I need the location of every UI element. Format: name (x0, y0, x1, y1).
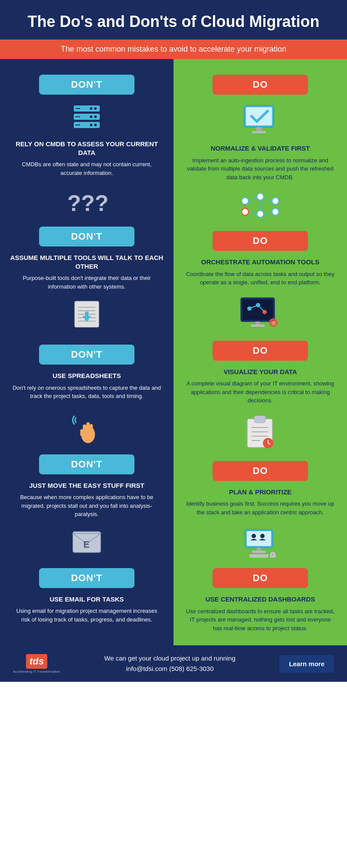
svg-rect-31 (256, 127, 262, 132)
do-column: DO NORMALIZE & VALIDATE FIRST Implement … (174, 59, 347, 645)
svg-text:E: E (83, 539, 90, 550)
dont-body-4: Because when more complex applications h… (9, 493, 165, 519)
svg-rect-57 (254, 416, 265, 423)
do-body-3: A complete visual diagram of your IT env… (182, 379, 338, 405)
clipboard-icon (243, 414, 278, 450)
do-section-3: ⊙ DO VISUALIZE YOUR DATA A complete visu… (182, 291, 338, 409)
svg-rect-20 (85, 312, 88, 317)
content-area: DON'T RELY ON CMDB TO (0, 59, 347, 645)
email-icon: E (69, 527, 104, 558)
network-diagram-icon (239, 192, 282, 218)
dont-body-2: Purpose-built tools don't integrate thei… (9, 274, 165, 291)
svg-point-33 (242, 197, 249, 204)
touch-icon (72, 409, 102, 444)
data-visualization-icon: ⊙ (239, 296, 282, 330)
dont-heading-5: USE EMAIL FOR TASKS (49, 595, 124, 604)
page-title: The Do's and Don'ts of Cloud Migration (9, 12, 338, 31)
svg-point-68 (260, 534, 265, 538)
svg-text:⊙: ⊙ (272, 320, 275, 326)
do-badge-5: DO (213, 568, 308, 588)
data-vis-icon-area: ⊙ (239, 296, 282, 330)
footer-line2: info@tdsi.com (508) 625-3030 (69, 664, 271, 674)
footer-logo-sub: Accelerating IT Transformation (13, 670, 60, 674)
do-heading-5: USE CENTRALIZED DASHBOARDS (206, 595, 315, 604)
dont-body-5: Using email for migration project manage… (9, 607, 165, 624)
svg-rect-69 (257, 548, 261, 551)
dont-badge-5: DON'T (39, 568, 134, 588)
do-badge-2: DO (213, 231, 308, 251)
svg-rect-53 (251, 325, 265, 327)
dont-badge-2: DON'T (39, 227, 134, 247)
svg-rect-22 (83, 424, 86, 437)
do-section-5: DO USE CENTRALIZED DASHBOARDS Use centra… (182, 521, 338, 637)
svg-line-39 (249, 198, 257, 201)
dont-heading-3: USE SPREADSHEETS (52, 372, 121, 380)
svg-rect-71 (249, 554, 268, 558)
do-heading-4: PLAN & PRIORITIZE (229, 488, 291, 496)
svg-point-6 (94, 115, 97, 118)
svg-rect-23 (86, 422, 90, 435)
spreadsheet-icon-area (69, 299, 104, 334)
monitor-check-icon (241, 103, 280, 138)
monitor-check-icon-area (241, 103, 280, 138)
learn-more-button[interactable]: Learn more (279, 655, 334, 673)
dont-column: DON'T RELY ON CMDB TO (0, 59, 174, 645)
do-section-4: DO PLAN & PRIORITIZE Identify business g… (182, 409, 338, 521)
do-badge-4: DO (213, 461, 308, 481)
network-icon-area (239, 190, 282, 220)
dont-section-3: DON'T USE SPREADSHEETS Don't rely on one… (9, 295, 165, 405)
do-body-4: Identify business goals first. Success r… (182, 500, 338, 516)
footer: tds Accelerating IT Transformation We ca… (0, 645, 347, 682)
footer-logo: tds Accelerating IT Transformation (13, 654, 60, 674)
dashboard-icon-area (241, 525, 280, 558)
do-section-1: DO NORMALIZE & VALIDATE FIRST Implement … (182, 68, 338, 224)
svg-point-37 (257, 210, 264, 217)
svg-point-10 (94, 124, 97, 126)
question-marks-icon: ??? (65, 186, 108, 216)
subtitle-bar: The most common mistakes to avoid to acc… (0, 39, 347, 59)
do-heading-3: VISUALIZE YOUR DATA (223, 368, 297, 376)
svg-point-7 (90, 115, 92, 118)
dont-heading-2: ASSUME MULTIPLE TOOLS WILL TALK TO EACH … (9, 253, 165, 270)
dont-badge-1: DON'T (39, 75, 134, 95)
do-badge-1: DO (213, 75, 308, 95)
svg-rect-46 (242, 299, 273, 320)
do-heading-2: ORCHESTRATE AUTOMATION TOOLS (201, 258, 320, 266)
main-header: The Do's and Don'ts of Cloud Migration (0, 0, 347, 39)
dont-body-3: Don't rely on onerous spreadsheets to ca… (9, 384, 165, 401)
svg-point-11 (90, 124, 92, 126)
dont-badge-4: DON'T (39, 454, 134, 474)
svg-line-40 (264, 198, 272, 201)
dont-heading-4: JUST MOVE THE EASY STUFF FIRST (29, 481, 144, 490)
svg-point-36 (242, 208, 249, 215)
dont-section-2: ??? DON'T ASSUME MULTIPLE TOOLS WILL TAL… (9, 181, 165, 295)
footer-middle: We can get your cloud project up and run… (69, 653, 271, 674)
centralized-dashboard-icon (241, 525, 280, 558)
svg-rect-32 (252, 131, 266, 133)
dont-section-1: DON'T RELY ON CMDB TO (9, 68, 165, 181)
svg-rect-25 (80, 429, 83, 436)
svg-point-67 (252, 534, 256, 538)
svg-point-3 (90, 107, 92, 110)
email-icon-area: E (69, 527, 104, 558)
do-body-2: Coordinate the flow of data across tasks… (182, 270, 338, 287)
do-badge-3: DO (213, 341, 308, 361)
svg-point-35 (272, 197, 279, 204)
do-body-1: Implement an auto-ingestion process to n… (182, 156, 338, 182)
do-body-5: Use centralized dashboards to ensure all… (182, 607, 338, 633)
svg-rect-66 (247, 531, 271, 546)
svg-rect-24 (90, 424, 93, 435)
dont-badge-3: DON'T (39, 345, 134, 365)
svg-text:???: ??? (67, 191, 108, 216)
svg-point-38 (272, 208, 279, 215)
svg-line-43 (264, 213, 272, 214)
subtitle-text: The most common mistakes to avoid to acc… (61, 45, 286, 53)
svg-rect-52 (255, 322, 260, 325)
footer-line1: We can get your cloud project up and run… (69, 653, 271, 664)
server-icon (69, 103, 104, 134)
do-heading-1: NORMALIZE & VALIDATE FIRST (211, 144, 310, 153)
dont-body-1: CMDBs are often stale and may not contai… (9, 160, 165, 177)
spreadsheet-icon (69, 299, 104, 334)
hand-icon-area (72, 409, 102, 444)
clipboard-icon-area (243, 414, 278, 450)
